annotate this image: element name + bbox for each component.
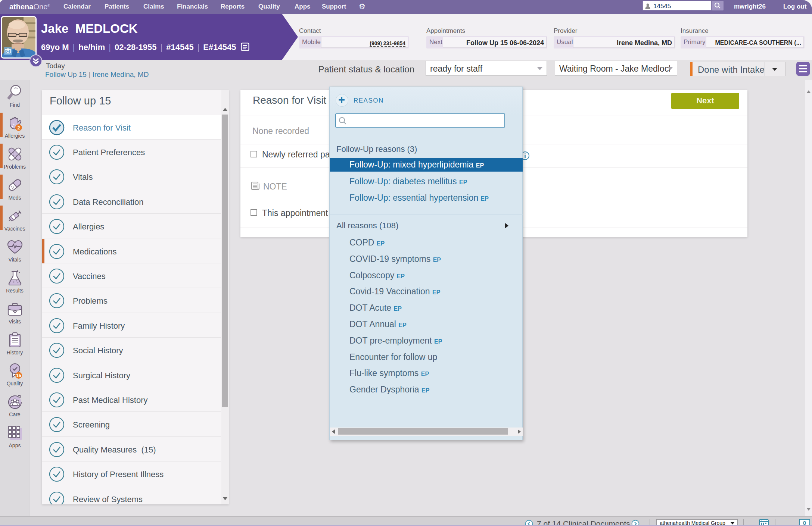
svg-text:2: 2 [17, 125, 20, 131]
svg-text:15: 15 [16, 373, 21, 378]
